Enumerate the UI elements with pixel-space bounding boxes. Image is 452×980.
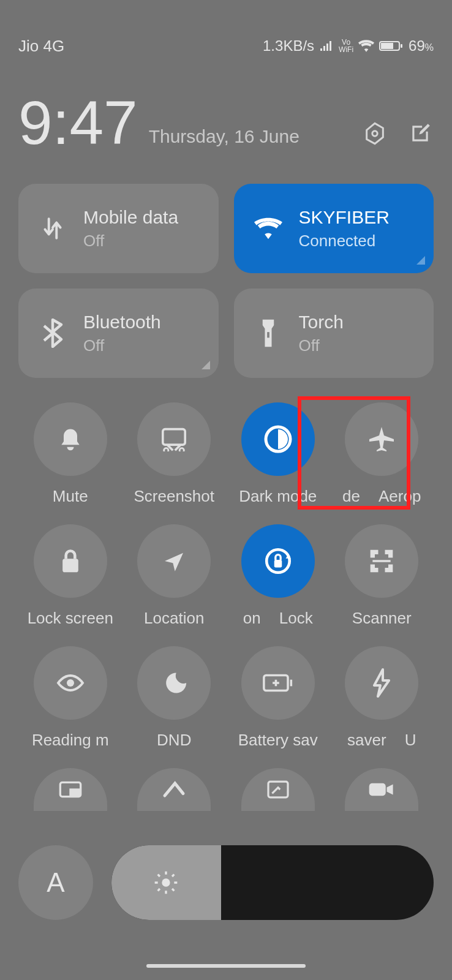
svg-line-24 bbox=[158, 875, 160, 876]
battery-saver-circle bbox=[241, 646, 315, 720]
status-bar: Jio 4G 1.3KB/s Vo WiFi 69% bbox=[0, 0, 452, 92]
svg-line-26 bbox=[158, 889, 160, 891]
wifi-expand-indicator bbox=[416, 256, 425, 265]
rotation-lock-icon bbox=[263, 546, 293, 576]
wifi-sub: Connected bbox=[299, 232, 390, 251]
rotation-lock-toggle[interactable]: on Lock bbox=[226, 524, 330, 628]
lockscreen-toggle[interactable]: Lock screen bbox=[18, 524, 122, 628]
floating-window-icon bbox=[58, 780, 83, 799]
svg-point-6 bbox=[164, 448, 168, 451]
svg-point-7 bbox=[179, 448, 184, 451]
mobile-data-icon bbox=[37, 215, 69, 242]
scanner-circle bbox=[345, 524, 418, 598]
location-circle bbox=[137, 524, 211, 598]
edit-icon[interactable] bbox=[407, 120, 434, 147]
scanner-icon bbox=[368, 548, 395, 575]
lock-icon bbox=[58, 548, 83, 575]
status-right: 1.3KB/s Vo WiFi 69% bbox=[263, 37, 434, 55]
wifi-tile-icon bbox=[252, 217, 284, 239]
ultra-saver-label: saver U bbox=[347, 731, 416, 750]
settings-icon[interactable] bbox=[361, 120, 388, 147]
screenshot-label: Screenshot bbox=[134, 487, 214, 506]
battery-percent: 69% bbox=[409, 37, 434, 55]
aeroplane-toggle[interactable]: de Aerop bbox=[330, 402, 434, 506]
mute-circle bbox=[34, 402, 107, 476]
battery-saver-label: Battery sav bbox=[238, 731, 318, 750]
bluetooth-icon bbox=[37, 318, 69, 348]
toggle-row-1: Mute Screenshot Dark mode de Aerop bbox=[18, 402, 434, 506]
location-toggle[interactable]: Location bbox=[122, 524, 227, 628]
dnd-toggle[interactable]: DND bbox=[122, 646, 227, 750]
svg-rect-16 bbox=[69, 788, 80, 796]
video-icon bbox=[368, 781, 395, 798]
ultra-saver-circle bbox=[345, 646, 418, 720]
svg-rect-14 bbox=[290, 680, 292, 687]
mobile-data-title: Mobile data bbox=[83, 207, 178, 228]
mute-label: Mute bbox=[53, 487, 88, 506]
screenshot-toggle[interactable]: Screenshot bbox=[122, 402, 227, 506]
brightness-fill bbox=[111, 845, 221, 920]
eye-icon bbox=[56, 673, 85, 693]
bluetooth-expand-indicator bbox=[202, 361, 210, 369]
wifi-tile[interactable]: SKYFIBER Connected bbox=[234, 184, 434, 273]
bluetooth-sub: Off bbox=[83, 336, 161, 355]
mobile-data-tile[interactable]: Mobile data Off bbox=[18, 184, 219, 273]
toggle-row-3: Reading m DND Battery sav saver U bbox=[18, 646, 434, 750]
carrier-label: Jio 4G bbox=[18, 37, 64, 56]
lockscreen-circle bbox=[34, 524, 107, 598]
darkmode-label: Dark mode bbox=[239, 487, 317, 506]
cast-circle bbox=[241, 768, 315, 811]
airplane-icon bbox=[367, 424, 396, 454]
home-indicator[interactable] bbox=[146, 964, 306, 968]
brightness-slider[interactable] bbox=[111, 845, 434, 920]
vowifi-indicator: Vo WiFi bbox=[339, 39, 353, 53]
toggle-row-2: Lock screen Location on Lock Scanner bbox=[18, 524, 434, 628]
time-display: 9:47 bbox=[18, 92, 138, 153]
darkmode-toggle[interactable]: Dark mode bbox=[226, 402, 330, 506]
auto-brightness-toggle[interactable]: A bbox=[18, 845, 93, 920]
scissors-icon bbox=[160, 427, 187, 451]
screenshot-circle bbox=[137, 402, 211, 476]
reading-label: Reading m bbox=[32, 731, 109, 750]
torch-tile[interactable]: Torch Off bbox=[234, 288, 434, 378]
sun-icon bbox=[154, 870, 178, 895]
bluetooth-tile[interactable]: Bluetooth Off bbox=[18, 288, 219, 378]
wifi-title: SKYFIBER bbox=[299, 207, 390, 228]
scanner-toggle[interactable]: Scanner bbox=[330, 524, 434, 628]
mi-share-toggle[interactable] bbox=[122, 768, 227, 811]
rotation-lock-circle bbox=[241, 524, 315, 598]
svg-rect-4 bbox=[267, 332, 269, 337]
svg-point-3 bbox=[372, 131, 377, 136]
dark-mode-icon bbox=[263, 424, 293, 454]
reading-circle bbox=[34, 646, 107, 720]
torch-sub: Off bbox=[299, 336, 344, 355]
floating-window-toggle[interactable] bbox=[18, 768, 122, 811]
toggle-row-4 bbox=[18, 768, 434, 811]
aeroplane-circle bbox=[345, 402, 418, 476]
mobile-data-sub: Off bbox=[83, 232, 178, 251]
torch-icon bbox=[252, 318, 284, 348]
lockscreen-label: Lock screen bbox=[28, 609, 113, 628]
svg-rect-11 bbox=[274, 560, 282, 568]
svg-rect-1 bbox=[381, 43, 393, 49]
share-icon bbox=[162, 780, 186, 799]
floating-window-circle bbox=[34, 768, 107, 811]
toggle-section: Mute Screenshot Dark mode de Aerop bbox=[0, 402, 452, 811]
screen-record-toggle[interactable] bbox=[330, 768, 434, 811]
mi-share-circle bbox=[137, 768, 211, 811]
darkmode-circle bbox=[241, 402, 315, 476]
screen-record-circle bbox=[345, 768, 418, 811]
battery-saver-toggle[interactable]: Battery sav bbox=[226, 646, 330, 750]
clock-row: 9:47 Thursday, 16 June bbox=[0, 92, 452, 184]
svg-rect-2 bbox=[401, 44, 402, 48]
date-display: Thursday, 16 June bbox=[149, 126, 361, 153]
tile-grid: Mobile data Off SKYFIBER Connected Bluet… bbox=[0, 184, 452, 378]
mute-toggle[interactable]: Mute bbox=[18, 402, 122, 506]
location-label: Location bbox=[144, 609, 204, 628]
ultra-saver-toggle[interactable]: saver U bbox=[330, 646, 434, 750]
svg-rect-9 bbox=[62, 559, 78, 572]
reading-toggle[interactable]: Reading m bbox=[18, 646, 122, 750]
wifi-icon bbox=[358, 40, 374, 52]
svg-point-12 bbox=[67, 679, 74, 687]
cast-toggle[interactable] bbox=[226, 768, 330, 811]
